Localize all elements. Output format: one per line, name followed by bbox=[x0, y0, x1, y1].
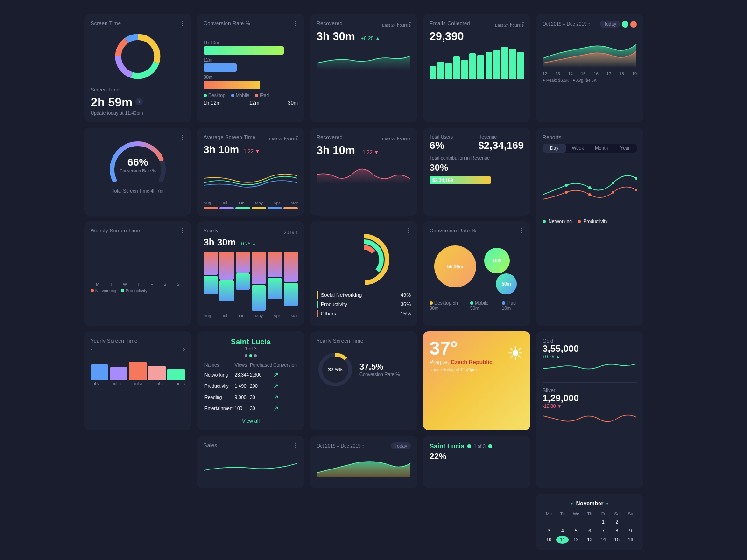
color-bar-4 bbox=[252, 207, 266, 209]
oct-dec-bottom-card: Oct 2019 – Dec 2019 ↕ Today bbox=[310, 436, 417, 488]
bar3-track bbox=[204, 81, 298, 89]
sl-row3-purchased: 30 bbox=[250, 392, 272, 402]
dot-1 bbox=[245, 354, 247, 357]
ybar-1 bbox=[204, 252, 218, 312]
conv-rate-menu[interactable]: ⋮ bbox=[292, 20, 299, 27]
cal-day-2[interactable]: 2 bbox=[611, 518, 623, 526]
view-all-link[interactable]: View all bbox=[204, 418, 298, 424]
cal-empty-3 bbox=[570, 518, 582, 526]
donut-chart bbox=[91, 31, 185, 82]
recovered-top-card: Recovered Last 24 hours ↕ ↕ 3h 30m +0.25… bbox=[310, 14, 417, 122]
today-dot1 bbox=[622, 21, 628, 28]
cal-hdr-su: Su bbox=[624, 511, 637, 517]
cal-day-12[interactable]: 12 bbox=[570, 536, 582, 544]
conv-donut-menu[interactable]: ⋮ bbox=[405, 227, 412, 234]
cal-day-7[interactable]: 7 bbox=[597, 527, 610, 535]
mobile-dot bbox=[231, 94, 234, 97]
cal-empty-5 bbox=[624, 518, 637, 526]
ysb-1 bbox=[91, 364, 108, 380]
sales-menu[interactable]: ⋮ bbox=[292, 441, 299, 449]
cal-day-9[interactable]: 9 bbox=[624, 527, 637, 535]
emails-menu[interactable]: ↕ bbox=[521, 20, 525, 27]
sl-row1-name: Networking bbox=[204, 370, 234, 380]
sales-chart bbox=[204, 452, 298, 480]
ybar-4 bbox=[252, 252, 266, 312]
cal-hdr-we: We bbox=[570, 511, 582, 517]
cal-day-8[interactable]: 8 bbox=[611, 527, 623, 535]
color-bar-3 bbox=[235, 207, 250, 209]
sl-bottom-sub: 1 of 3 bbox=[474, 444, 486, 449]
cal-day-6[interactable]: 6 bbox=[583, 527, 596, 535]
social-pct: 49% bbox=[401, 292, 411, 298]
cal-next[interactable]: ● bbox=[606, 502, 608, 506]
yearly-small-scale: 4 0 bbox=[91, 347, 185, 352]
bubbles-menu[interactable]: ⋮ bbox=[518, 227, 525, 234]
reports-chart-svg bbox=[543, 157, 637, 213]
ybar-1-prod bbox=[204, 276, 218, 294]
users-label: Total Users bbox=[430, 134, 474, 140]
email-bar-12 bbox=[517, 52, 524, 80]
email-bar-4 bbox=[453, 56, 460, 79]
silver-item: Silver 1,29,000 -12.00 ▼ bbox=[543, 387, 637, 432]
gauge-container: 66% Conversion Rate % bbox=[91, 138, 185, 185]
tab-year[interactable]: Year bbox=[613, 144, 637, 153]
desktop-bubble-legend: Desktop 5h 30m bbox=[430, 301, 465, 311]
gold-chart bbox=[543, 359, 637, 376]
cal-prev[interactable]: ● bbox=[571, 502, 573, 506]
bar1-fill bbox=[204, 46, 284, 55]
ysb-2 bbox=[110, 367, 127, 380]
screen-time-value: 2h 59m bbox=[91, 95, 133, 110]
bar1-track bbox=[204, 46, 298, 55]
cal-day-3[interactable]: 3 bbox=[543, 527, 555, 535]
ipad-bubble: 50m bbox=[496, 273, 517, 294]
saint-lucia-name: Saint Lucia bbox=[204, 338, 298, 346]
weather-sun-icon: ☀ bbox=[507, 343, 524, 364]
cal-hdr-fr: Fr bbox=[597, 511, 610, 517]
cal-day-16[interactable]: 16 bbox=[624, 536, 637, 544]
oct-dec-stats: ● Peak: $6.5K ● Avg: $4.5K bbox=[543, 78, 637, 83]
weather-content: 37° Prague, Czech Republic Update today … bbox=[430, 338, 524, 372]
yearly-year: 2019 ↕ bbox=[284, 230, 298, 235]
recovered-bottom-card: Recovered Last 24 hours ↕ 3h 10m -1.22 ▼ bbox=[310, 128, 417, 216]
tab-week[interactable]: Week bbox=[566, 144, 590, 153]
mobile-bubble: 10m bbox=[484, 248, 510, 273]
cal-day-1[interactable]: 1 bbox=[597, 518, 610, 526]
contribution-pct: 30% bbox=[430, 162, 524, 173]
reports-card: Reports Day Week Month Year Networki bbox=[536, 128, 643, 326]
svg-point-9 bbox=[355, 251, 372, 268]
cal-day-10[interactable]: 10 bbox=[543, 536, 555, 544]
bubble-legend: Desktop 5h 30m Mobile 50m iPad 10m bbox=[430, 301, 524, 311]
cal-empty-4 bbox=[583, 518, 596, 526]
sl-bottom-pct: 22% bbox=[430, 452, 524, 462]
tab-month[interactable]: Month bbox=[590, 144, 613, 153]
saint-lucia-sub: 1 of 3 bbox=[204, 346, 298, 351]
cal-day-4[interactable]: 4 bbox=[556, 527, 569, 535]
cal-day-5[interactable]: 5 bbox=[570, 527, 582, 535]
weekly-menu[interactable]: ⋮ bbox=[179, 227, 186, 234]
social-label: Social Networking bbox=[321, 292, 362, 298]
screen-time-card: Screen Time ⋮ Screen Time 2h 59m ℹ Updat… bbox=[84, 14, 191, 122]
email-bar-2 bbox=[437, 62, 444, 80]
avg-screen-menu[interactable]: ↕ bbox=[296, 133, 299, 141]
sl-row1-views: 23,344 bbox=[235, 370, 249, 380]
screen-time-menu[interactable]: ⋮ bbox=[179, 20, 186, 27]
avg-screen-value: 3h 10m bbox=[204, 144, 239, 156]
calendar-card: ● November ● Mo Tu We Th Fr Sa Su 1 2 3 … bbox=[536, 494, 643, 550]
cal-day-15[interactable]: 15 bbox=[611, 536, 623, 544]
recovered-bottom-values: 3h 10m -1.22 ▼ bbox=[317, 144, 411, 157]
prod-legend: Productivity bbox=[121, 288, 148, 293]
sl-row4-name: Entertainment bbox=[204, 403, 234, 413]
cal-day-13[interactable]: 13 bbox=[583, 536, 596, 544]
cal-day-11-today[interactable]: 11 bbox=[556, 536, 569, 544]
yearly-bars bbox=[204, 252, 298, 312]
bar2-label: 12m bbox=[204, 57, 298, 63]
conv-values: 1h 12m 12m 30m bbox=[204, 100, 298, 105]
weather-update: Update today at 11:40pm bbox=[430, 367, 493, 372]
recovered-top-menu[interactable]: ↕ bbox=[409, 20, 412, 27]
cal-day-14[interactable]: 14 bbox=[597, 536, 610, 544]
bar-row-2: 12m bbox=[204, 57, 298, 72]
conv-rate-legend: Desktop Mobile iPad bbox=[204, 93, 298, 98]
bar-row-3: 30m bbox=[204, 75, 298, 89]
tab-day[interactable]: Day bbox=[543, 144, 566, 153]
center-donut-svg bbox=[336, 231, 392, 287]
